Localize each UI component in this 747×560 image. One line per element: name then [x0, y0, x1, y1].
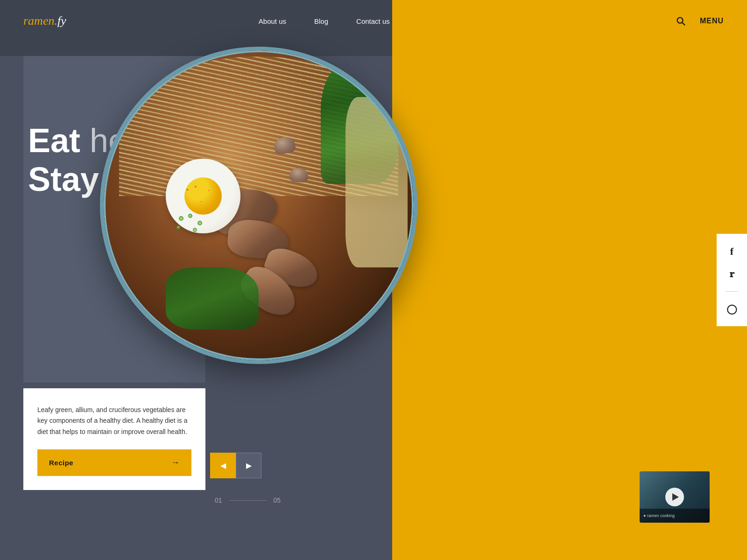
logo-ramen: ramen [23, 14, 54, 28]
video-play-overlay [640, 471, 710, 523]
bottom-greens [166, 267, 259, 329]
nav-arrows: ◀ ▶ [210, 453, 261, 478]
logo: ramen.fy [23, 14, 66, 28]
social-divider [726, 291, 738, 292]
search-button[interactable] [676, 16, 686, 26]
search-icon [676, 16, 686, 26]
next-arrow[interactable]: ▶ [236, 453, 261, 478]
nav-blog[interactable]: Blog [314, 17, 328, 25]
nav-about[interactable]: About us [259, 17, 286, 25]
description-box: Leafy green, allium, and cruciferous veg… [23, 388, 205, 490]
social-sidebar: f 𝕣 ◯ [717, 234, 747, 326]
ramen-bowl-container [100, 47, 436, 383]
play-icon [672, 493, 679, 501]
current-slide: 01 [215, 497, 222, 504]
instagram-icon[interactable]: ◯ [726, 303, 737, 315]
counter-divider [229, 500, 267, 501]
prev-arrow[interactable]: ◀ [210, 453, 236, 478]
twitter-icon[interactable]: 𝕣 [730, 269, 734, 280]
page-wrapper: Eat healthy healthy Stay healthy Leafy g… [0, 0, 747, 560]
svg-point-4 [677, 18, 683, 23]
recipe-button[interactable]: Recipe → [37, 449, 191, 476]
right-section: f 𝕣 ◯ ● ramen cooking [392, 0, 747, 560]
recipe-label: Recipe [49, 459, 73, 467]
header: ramen.fy About us Blog Contact us MENU [0, 0, 747, 42]
ramen-bowl [100, 47, 417, 364]
arrow-icon: → [171, 458, 180, 468]
hero-eat: Eat [28, 122, 80, 159]
slide-counter: 01 05 [215, 497, 281, 504]
menu-label[interactable]: MENU [700, 17, 724, 25]
play-button[interactable] [665, 488, 684, 506]
main-nav: About us Blog Contact us [259, 17, 390, 25]
right-greens [345, 97, 408, 267]
description-text: Leafy green, allium, and cruciferous veg… [37, 405, 191, 438]
nav-contact[interactable]: Contact us [356, 17, 390, 25]
svg-line-5 [682, 22, 685, 25]
facebook-icon[interactable]: f [730, 245, 733, 258]
logo-fy: fy [57, 14, 66, 28]
video-thumbnail[interactable]: ● ramen cooking [640, 471, 710, 523]
header-right: MENU [676, 16, 724, 26]
hero-stay: Stay [28, 161, 99, 198]
total-slides: 05 [274, 497, 281, 504]
